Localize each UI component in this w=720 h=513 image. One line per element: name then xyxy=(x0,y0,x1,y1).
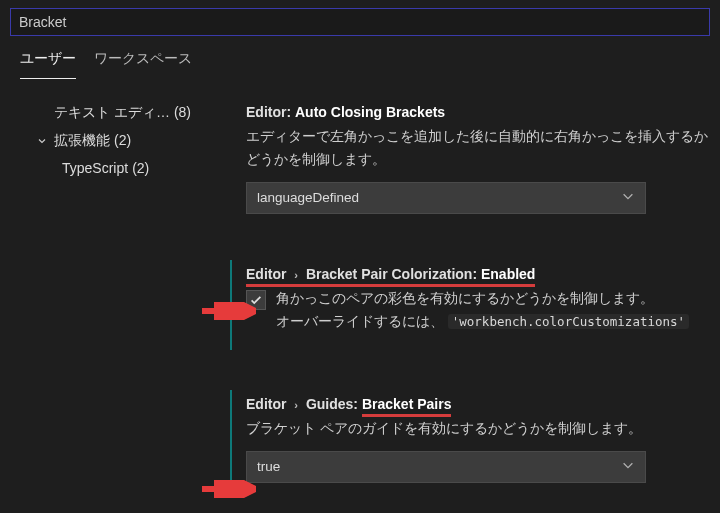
setting-description: 角かっこのペアの彩色を有効にするかどうかを制御します。 オーバーライドするには、… xyxy=(276,288,689,334)
setting-description: ブラケット ペアのガイドを有効にするかどうかを制御します。 xyxy=(246,418,720,441)
sidebar-item-text-editor[interactable]: テキスト エディ… (8) xyxy=(22,98,230,126)
sidebar-item-extensions[interactable]: 拡張機能 (2) xyxy=(22,126,230,154)
setting-name: Bracket Pairs xyxy=(362,396,452,417)
chevron-down-icon xyxy=(621,189,635,206)
setting-desc-line: 角かっこのペアの彩色を有効にするかどうかを制御します。 xyxy=(276,291,654,306)
sidebar-item-count: (2) xyxy=(114,126,131,154)
bracket-colorization-checkbox[interactable] xyxy=(246,290,266,310)
setting-name: Auto Closing Brackets xyxy=(295,104,445,120)
chevron-down-icon xyxy=(36,135,50,147)
sidebar-item-count: (2) xyxy=(132,154,149,182)
setting-name: Enabled xyxy=(481,266,535,282)
tab-user[interactable]: ユーザー xyxy=(20,50,76,79)
setting-description: エディターで左角かっこを追加した後に自動的に右角かっこを挿入するかどうかを制御し… xyxy=(246,126,720,172)
setting-title: Editor › Bracket Pair Colorization: Enab… xyxy=(246,266,720,282)
setting-auto-closing-brackets: Editor: Auto Closing Brackets エディターで左角かっ… xyxy=(230,98,720,220)
guides-bracket-pairs-select[interactable]: true xyxy=(246,451,646,483)
select-value: languageDefined xyxy=(257,190,359,205)
setting-group: Bracket Pair Colorization: xyxy=(306,266,477,282)
setting-desc-line: オーバーライドするには、 xyxy=(276,314,444,329)
breadcrumb-separator-icon: › xyxy=(294,399,298,411)
sidebar-item-label: 拡張機能 xyxy=(54,126,110,154)
setting-path: Editor: xyxy=(246,104,291,120)
setting-group: Guides: xyxy=(306,396,358,412)
sidebar-item-typescript[interactable]: TypeScript (2) xyxy=(22,154,230,182)
settings-list: Editor: Auto Closing Brackets エディターで左角かっ… xyxy=(230,98,720,489)
auto-closing-brackets-select[interactable]: languageDefined xyxy=(246,182,646,214)
setting-path: Editor xyxy=(246,396,286,412)
tab-workspace[interactable]: ワークスペース xyxy=(94,50,192,79)
setting-desc-literal: 'workbench.colorCustomizations' xyxy=(448,314,689,329)
setting-title: Editor › Guides: Bracket Pairs xyxy=(246,396,720,412)
chevron-down-icon xyxy=(621,458,635,475)
sidebar-item-label: テキスト エディ… xyxy=(54,98,170,126)
breadcrumb-separator-icon: › xyxy=(294,269,298,281)
setting-bracket-pair-colorization: Editor › Bracket Pair Colorization: Enab… xyxy=(230,260,720,350)
settings-tree: テキスト エディ… (8) 拡張機能 (2) TypeScript (2) xyxy=(0,98,230,489)
settings-scope-tabs: ユーザー ワークスペース xyxy=(0,36,720,80)
setting-title: Editor: Auto Closing Brackets xyxy=(246,104,720,120)
sidebar-item-count: (8) xyxy=(174,98,191,126)
select-value: true xyxy=(257,459,280,474)
setting-path: Editor xyxy=(246,266,286,282)
settings-search-input[interactable] xyxy=(10,8,710,36)
sidebar-item-label: TypeScript xyxy=(62,154,128,182)
setting-guides-bracket-pairs: Editor › Guides: Bracket Pairs ブラケット ペアの… xyxy=(230,390,720,489)
